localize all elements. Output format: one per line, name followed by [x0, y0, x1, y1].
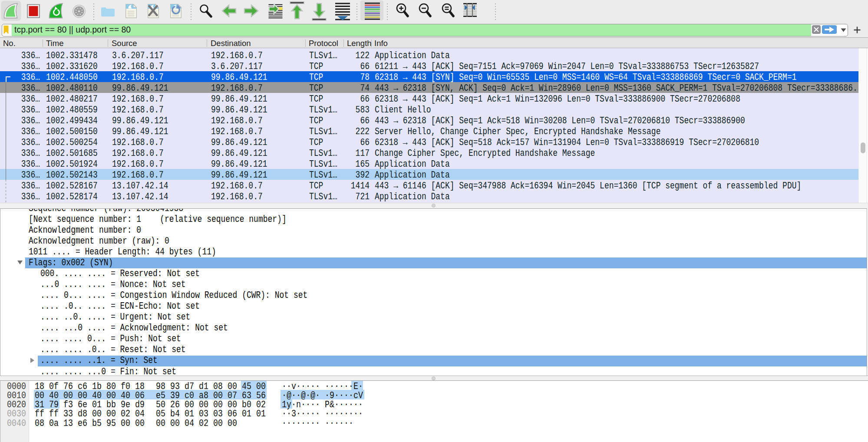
svg-text:01010: 01010	[128, 14, 135, 17]
svg-text:01010: 01010	[172, 14, 179, 17]
